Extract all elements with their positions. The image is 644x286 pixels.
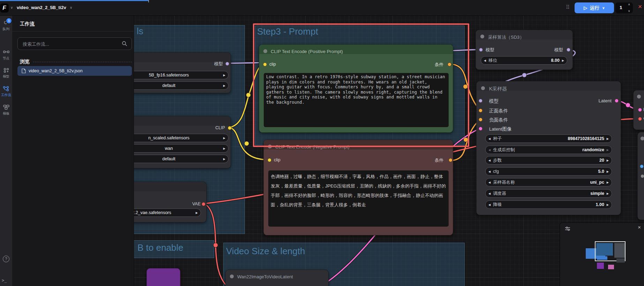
fragment-image-socket[interactable] (640, 164, 644, 168)
negative-cond-output-label: 条件 (435, 157, 443, 163)
ksampler-scheduler-label: 调度器 (493, 191, 506, 197)
increment-icon[interactable]: ▶ (223, 137, 225, 140)
sidebar-item-workflows[interactable]: 工作流 (0, 86, 12, 97)
sd3-model-output-socket[interactable] (567, 48, 570, 52)
terminal-button[interactable]: >_ (2, 278, 7, 283)
minimap-panel[interactable]: × (560, 222, 644, 286)
increment-icon[interactable]: ▶ (223, 74, 225, 77)
ksampler-denoise-widget[interactable]: ◀ 降噪 1.00 ▶ (485, 200, 612, 209)
decrement-icon[interactable]: ◀ (488, 148, 491, 152)
sidebar-item-templates[interactable]: 模板 (0, 104, 12, 116)
link-dot-model[interactable] (522, 73, 527, 78)
minimap-settings-icon[interactable] (565, 226, 570, 232)
fragment-bottom-collapse-dot[interactable] (641, 137, 644, 140)
increment-icon[interactable]: ▶ (607, 181, 609, 184)
sidebar-item-queue[interactable]: ⟳ 1 队列 (0, 20, 12, 31)
ksampler-negative-input-socket[interactable] (479, 118, 482, 122)
clip-name-value: n_scaled.safetensors (148, 135, 189, 140)
ksampler-collapse-dot[interactable] (481, 86, 485, 90)
increment-icon[interactable]: ▶ (223, 157, 225, 161)
node-right-fragment-bottom[interactable] (637, 132, 644, 220)
link-dot-clip-neg[interactable] (244, 141, 249, 146)
ksampler-steps-value: 20 (599, 158, 604, 163)
panel-title: 工作流 (20, 21, 35, 27)
increment-icon[interactable]: ▶ (562, 59, 564, 62)
negative-prompt-textarea[interactable]: 色调艳丽，过曝，静态，细节模糊不清，字幕，风格，作品，画作，画面，静止，整体发灰… (268, 170, 449, 227)
wan22-node-title: Wan22ImageToVideoLatent (237, 274, 293, 279)
workflow-file-item[interactable]: video_wan2_2_5B_ti2v.json (17, 66, 132, 76)
help-button[interactable]: ? (3, 256, 9, 262)
node-ksampler[interactable]: K采样器 模型 Latent 正面条件 负面条件 Latent图像 ◀ 种子 8… (476, 81, 621, 215)
decrement-icon[interactable]: ◀ (488, 137, 491, 140)
chevron-down-icon[interactable]: ∨ (70, 6, 72, 9)
fragment-vae-input-socket[interactable] (638, 117, 642, 121)
ksampler-latent-output-socket[interactable] (615, 99, 619, 103)
negative-clip-input-socket[interactable] (268, 158, 271, 162)
sidebar-item-models[interactable]: 模型 (0, 67, 12, 79)
run-button[interactable]: ▷ 运行 ∨ (575, 2, 614, 13)
sd3-shift-widget[interactable]: ◀ 移位 8.00 ▶ (481, 56, 567, 65)
unet-model-output-socket[interactable] (225, 62, 229, 66)
decrement-icon[interactable]: ◀ (488, 170, 491, 173)
sd3-collapse-dot[interactable] (480, 35, 484, 38)
node-clip-text-encode-negative[interactable]: CLIP Text Encode (Negative Prompt) clip … (263, 140, 453, 235)
vae-output-socket[interactable] (202, 202, 205, 206)
ksampler-control-widget[interactable]: ◀ 生成后控制 randomize ▶ (485, 146, 612, 154)
increment-icon[interactable]: ▶ (607, 203, 609, 206)
link-dot-clip-pos[interactable] (246, 93, 251, 97)
node-purple-fragment[interactable] (147, 268, 180, 286)
search-input[interactable] (22, 38, 121, 50)
ksampler-steps-widget[interactable]: ◀ 步数 20 ▶ (485, 156, 612, 164)
workflows-panel: 工作流 浏览 video_wan2_2_5B_ti2v.json (12, 15, 134, 286)
stepper-down-icon[interactable]: ∨ (628, 9, 630, 13)
stepper-up-icon[interactable]: ∧ (628, 3, 630, 6)
decrement-icon[interactable]: ◀ (488, 159, 491, 162)
chevron-down-icon[interactable]: ∨ (10, 6, 13, 9)
increment-icon[interactable]: ▶ (196, 211, 198, 214)
increment-icon[interactable]: ▶ (607, 170, 609, 173)
increment-icon[interactable]: ▶ (607, 148, 609, 152)
file-icon (22, 68, 26, 73)
link-dot-latent[interactable] (626, 103, 630, 108)
increment-icon[interactable]: ▶ (223, 84, 225, 87)
ksampler-sampler-widget[interactable]: ◀ 采样器名称 uni_pc ▶ (485, 178, 612, 186)
run-button-label: 运行 (590, 5, 599, 11)
ksampler-cfg-widget[interactable]: ◀ cfg 5.0 ▶ (485, 167, 612, 176)
ksampler-seed-widget[interactable]: ◀ 种子 898471028164125 ▶ (485, 134, 612, 143)
ksampler-latent-input-socket[interactable] (479, 127, 482, 131)
search-box[interactable] (17, 37, 132, 50)
node-wan22-image-to-video-latent[interactable]: Wan22ImageToVideoLatent (225, 270, 329, 286)
ksampler-scheduler-widget[interactable]: ◀ 调度器 simple ▶ (485, 189, 612, 198)
close-icon[interactable]: × (638, 3, 642, 10)
sd3-model-input-socket[interactable] (479, 48, 483, 52)
clip-output-socket[interactable] (228, 126, 232, 130)
decrement-icon[interactable]: ◀ (488, 181, 491, 184)
node-right-fragment-top[interactable]: L v (633, 90, 644, 130)
increment-icon[interactable]: ▶ (223, 147, 225, 150)
drag-handle-icon[interactable]: ⠿ (566, 4, 570, 10)
decrement-icon[interactable]: ◀ (488, 203, 491, 206)
increment-icon[interactable]: ▶ (607, 192, 609, 195)
fragment-top-collapse-dot[interactable] (637, 95, 641, 98)
ksampler-positive-input-socket[interactable] (479, 109, 482, 112)
decrement-icon[interactable]: ◀ (488, 192, 491, 195)
increment-icon[interactable]: ▶ (607, 137, 609, 140)
link-dot-vae[interactable] (213, 243, 218, 248)
app-logo[interactable]: F (0, 3, 9, 13)
top-bar: F ∨ video_wan2_2_5B_ti2v ∨ ⠿ ▷ 运行 ∨ 1 ∧ … (0, 0, 644, 16)
minimap-close-icon[interactable]: × (638, 224, 641, 230)
unet-output-label: 模型 (214, 61, 223, 67)
workflow-title[interactable]: video_wan2_2_5B_ti2v (17, 5, 66, 10)
node-model-sampling-sd3[interactable]: 采样算法（SD3） 模型 模型 ◀ 移位 8.00 ▶ (475, 30, 573, 70)
ksampler-model-input-socket[interactable] (479, 99, 482, 103)
increment-icon[interactable]: ▶ (607, 159, 609, 162)
fragment-latent-input-socket[interactable] (638, 108, 642, 112)
fragment-gray-socket[interactable] (641, 174, 644, 178)
negative-cond-output-socket[interactable] (449, 158, 452, 162)
chevron-down-icon[interactable]: ∨ (602, 6, 605, 10)
decrement-icon[interactable]: ◀ (484, 59, 486, 62)
sidebar-item-nodes[interactable]: 节点 (0, 49, 12, 61)
wan22-collapse-dot[interactable] (230, 274, 234, 278)
clip-device-value: default (162, 156, 175, 161)
batch-count-stepper[interactable]: 1 ∧ ∨ (615, 2, 633, 13)
